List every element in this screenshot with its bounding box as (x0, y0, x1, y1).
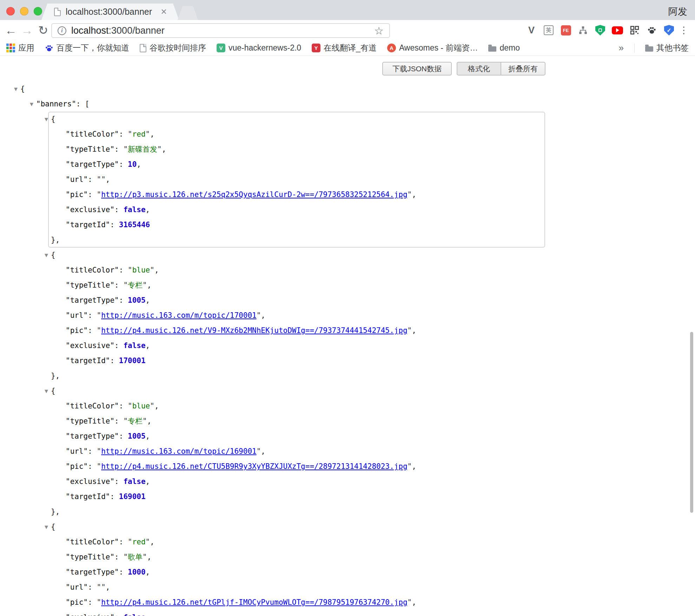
tab-close-icon[interactable]: ✕ (161, 7, 167, 17)
json-property: "targetType": 1000, (48, 565, 545, 580)
reload-button[interactable]: ↻ (35, 20, 51, 40)
json-key: "exclusive" (66, 341, 114, 350)
document-icon (140, 44, 146, 52)
expander-triangle-icon[interactable]: ▼ (11, 81, 20, 97)
expander-triangle-icon[interactable]: ▼ (42, 384, 51, 399)
close-window-button[interactable] (6, 7, 15, 15)
download-json-button[interactable]: 下载JSON数据 (382, 62, 452, 76)
json-key: "titleColor" (66, 402, 119, 410)
awesomes-icon: A (387, 44, 396, 52)
bookmarks-overflow-icon[interactable]: » (619, 42, 624, 53)
youtube-extension-icon[interactable] (612, 25, 623, 36)
json-number-value: 169001 (119, 492, 146, 501)
collapse-all-button[interactable]: 折叠所有 (501, 62, 545, 76)
other-bookmarks-folder[interactable]: 其他书签 (645, 42, 689, 53)
expander-triangle-icon[interactable]: ▼ (42, 519, 51, 535)
json-token: " (97, 175, 101, 184)
bookmark-demo-folder[interactable]: demo (488, 43, 520, 53)
bookmark-label: 百度一下，你就知道 (57, 42, 129, 53)
json-property: "titleColor": "red", (48, 535, 545, 550)
json-entry-open: ▼{ (48, 384, 545, 399)
json-key: "titleColor" (66, 130, 119, 138)
json-property: "exclusive": false, (48, 338, 545, 353)
back-button[interactable]: ← (3, 20, 19, 40)
json-property: "targetId": 170001 (48, 353, 545, 368)
paw-extension-icon[interactable] (646, 25, 657, 36)
json-url-link[interactable]: http://p3.music.126.net/s25q2x5QyqsAzilC… (101, 190, 407, 199)
vimium-extension-icon[interactable]: V (526, 25, 537, 36)
bookmark-baidu[interactable]: 百度一下，你就知道 (45, 42, 129, 53)
forward-button[interactable]: → (19, 20, 35, 40)
json-array-entry[interactable]: ▼{"titleColor": "red","typeTitle": "歌单",… (48, 519, 545, 616)
json-token: " (97, 583, 101, 591)
json-key: "targetId" (66, 221, 110, 229)
bookmark-label: vue-hackernews-2.0 (229, 43, 301, 53)
json-url-link[interactable]: http://p4.music.126.net/CTU5B9R9y3XyYBZX… (101, 462, 407, 471)
json-property: "typeTitle": "专栏", (48, 414, 545, 429)
json-array-entry[interactable]: ▼{"titleColor": "blue","typeTitle": "专栏"… (48, 384, 545, 519)
url-text[interactable]: localhost:3000/banner (71, 25, 374, 36)
bookmarks-bar: 应用 百度一下，你就知道 谷歌按时间排序 V vue-hackernews-2.… (0, 40, 695, 56)
json-token: " (143, 281, 147, 289)
json-key: "targetType" (66, 160, 119, 169)
page-content: 下载JSON数据 格式化 折叠所有 ▼{▼"banners": [▼{"titl… (0, 56, 695, 616)
youdao-icon: Y (312, 44, 320, 52)
green-shield-extension-icon[interactable] (595, 25, 606, 36)
org-chart-extension-icon[interactable] (577, 25, 589, 36)
expander-triangle-icon[interactable]: ▼ (27, 97, 36, 112)
json-entry-close: }, (48, 504, 545, 519)
bookmark-star-icon[interactable]: ☆ (374, 25, 384, 37)
json-property: "exclusive": false (48, 610, 545, 616)
json-token: " (146, 130, 150, 138)
json-key: "pic" (66, 462, 88, 471)
minimize-window-button[interactable] (20, 7, 28, 15)
json-key: "titleColor" (66, 266, 119, 274)
qr-code-extension-icon[interactable] (629, 25, 640, 36)
zoom-window-button[interactable] (34, 7, 42, 15)
json-url-link[interactable]: http://p4.music.126.net/tGPljf-IMOCyPvum… (101, 598, 407, 607)
json-url-link[interactable]: http://p4.music.126.net/V9-MXz6b2MNhEKju… (101, 326, 407, 335)
bookmark-awesomes[interactable]: A Awesomes - 前端资… (387, 42, 478, 53)
fehelper-extension-icon[interactable]: FE (560, 25, 571, 36)
translate-extension-icon[interactable]: 英 (543, 25, 554, 36)
bookmark-youdao-translate[interactable]: Y 在线翻译_有道 (312, 42, 377, 53)
json-token: " (123, 281, 128, 289)
expander-triangle-icon[interactable]: ▼ (42, 248, 51, 263)
json-token: " (97, 447, 101, 456)
json-key: "targetType" (66, 568, 119, 576)
chrome-menu-icon[interactable]: ⋮ (677, 20, 691, 40)
bookmark-label: demo (499, 43, 520, 53)
new-tab-button[interactable] (178, 6, 198, 20)
format-button[interactable]: 格式化 (457, 62, 501, 76)
json-token: " (257, 311, 261, 320)
json-property: "typeTitle": "歌单", (48, 550, 545, 565)
json-key: "pic" (66, 326, 88, 335)
bookmark-apps[interactable]: 应用 (6, 42, 34, 53)
bookmark-label: 其他书签 (656, 42, 689, 53)
json-url-link[interactable]: http://music.163.com/m/topic/169001 (101, 447, 257, 456)
json-token: " (143, 417, 147, 425)
json-key: "banners" (36, 100, 76, 108)
json-token: " (97, 311, 101, 320)
json-key: "url" (66, 175, 88, 184)
page-info-icon[interactable]: i (58, 26, 66, 35)
window-controls (6, 7, 42, 15)
browser-tab[interactable]: localhost:3000/banner ✕ (41, 4, 179, 20)
json-key: "targetId" (66, 356, 110, 365)
json-token: " (408, 326, 412, 335)
blue-shield-extension-icon[interactable]: ✓ (663, 25, 675, 36)
expander-triangle-icon[interactable]: ▼ (42, 112, 51, 127)
address-bar[interactable]: i localhost:3000/banner ☆ (51, 23, 390, 38)
json-key: "exclusive" (66, 613, 114, 616)
profile-name[interactable]: 阿发 (668, 5, 687, 18)
json-array-entry[interactable]: ▼{"titleColor": "blue","typeTitle": "专栏"… (48, 248, 545, 384)
json-string-value: 新碟首发 (128, 145, 157, 153)
json-url-link[interactable]: http://music.163.com/m/topic/170001 (101, 311, 257, 320)
json-property: "pic": "http://p3.music.126.net/s25q2x5Q… (48, 187, 545, 202)
json-token: " (97, 598, 101, 607)
bookmark-google-sort[interactable]: 谷歌按时间排序 (140, 42, 206, 53)
bookmark-label: 谷歌按时间排序 (150, 42, 206, 53)
json-array-entry[interactable]: ▼{"titleColor": "red","typeTitle": "新碟首发… (48, 112, 545, 248)
bookmark-vue-hackernews[interactable]: V vue-hackernews-2.0 (217, 43, 301, 53)
vertical-scrollbar-thumb[interactable] (690, 332, 693, 513)
